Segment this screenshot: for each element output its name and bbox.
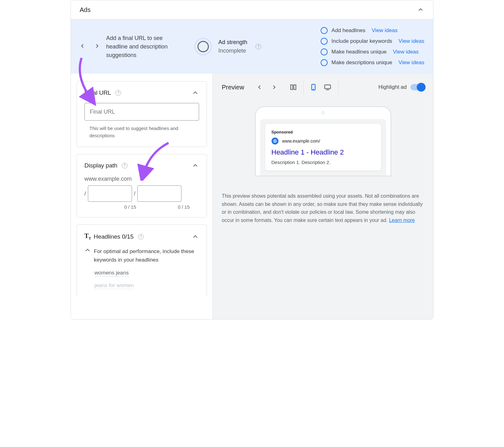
text-icon: TT	[84, 232, 91, 241]
help-icon[interactable]: ?	[255, 44, 261, 49]
collapse-button[interactable]	[192, 233, 199, 240]
keyword-suggestion[interactable]: jeans for women	[94, 282, 134, 289]
path-slash: /	[134, 190, 135, 197]
headlines-hint: For optimal ad performance, include thes…	[94, 247, 199, 264]
preview-column: Preview	[213, 74, 433, 319]
checklist-item: Make descriptions unique View ideas	[321, 59, 424, 66]
columns-icon[interactable]	[289, 84, 297, 91]
preview-note: This preview shows potential ads assembl…	[222, 192, 424, 224]
learn-more-link[interactable]: Learn more	[389, 218, 415, 223]
view-ideas-link[interactable]: View ideas	[372, 27, 398, 34]
strength-checklist: Add headlines View ideas Include popular…	[321, 27, 424, 66]
banner-prev-button[interactable]	[80, 43, 85, 50]
help-icon[interactable]: ?	[138, 234, 144, 240]
svg-rect-4	[325, 85, 330, 89]
view-ideas-link[interactable]: View ideas	[398, 38, 424, 44]
left-column: Final URL ? This will be used to suggest…	[71, 74, 213, 319]
desktop-icon[interactable]	[323, 84, 332, 91]
final-url-title: Final URL	[84, 89, 111, 96]
highlight-toggle[interactable]	[410, 84, 424, 90]
checklist-label: Make descriptions unique	[331, 59, 392, 66]
ad-strength-gauge	[194, 38, 212, 55]
keyword-suggestion[interactable]: womens jeans	[94, 270, 129, 277]
headlines-hint-row: For optimal ad performance, include thes…	[84, 247, 199, 264]
collapse-button[interactable]	[417, 6, 424, 14]
path1-input[interactable]	[88, 185, 132, 202]
svg-rect-1	[294, 85, 296, 90]
banner-hint: Add a final URL to see headline and desc…	[106, 34, 182, 59]
path2-input[interactable]	[137, 185, 181, 202]
ad-strength-banner: Add a final URL to see headline and desc…	[71, 20, 433, 74]
banner-next-button[interactable]	[94, 43, 100, 50]
phone-mockup: Sponsored www.example.com/ Headline 1 - …	[255, 106, 391, 176]
checklist-item: Include popular keywords View ideas	[321, 38, 424, 45]
ad-strength-label: Ad strength	[218, 38, 247, 47]
path1-counter: 0 / 15	[90, 204, 136, 210]
path-slash: /	[84, 190, 86, 197]
collapse-button[interactable]	[192, 89, 199, 97]
checklist-item: Add headlines View ideas	[321, 27, 424, 34]
ad-headline: Headline 1 - Headline 2	[272, 148, 375, 156]
final-url-helper: This will be used to suggest headlines a…	[84, 125, 199, 139]
display-domain: www.example.com	[84, 176, 199, 182]
headlines-card: TT Headlines 0/15 ? For optimal ad perfo…	[77, 224, 207, 297]
final-url-card: Final URL ? This will be used to suggest…	[77, 81, 207, 147]
radio-icon	[321, 48, 328, 55]
view-ideas-link[interactable]: View ideas	[398, 59, 424, 66]
radio-icon	[321, 59, 328, 66]
ad-strength-status: Incomplete	[218, 47, 247, 55]
help-icon[interactable]: ?	[115, 90, 121, 96]
radio-icon	[321, 38, 328, 45]
ad-strength-text: Ad strength Incomplete	[218, 38, 247, 55]
help-icon[interactable]: ?	[122, 163, 128, 168]
mobile-icon[interactable]	[310, 83, 317, 92]
ad-preview-card: Sponsored www.example.com/ Headline 1 - …	[265, 124, 381, 171]
checklist-item: Make headlines unique View ideas	[321, 48, 424, 55]
view-ideas-link[interactable]: View ideas	[393, 49, 419, 55]
preview-title: Preview	[222, 84, 244, 91]
svg-rect-0	[291, 85, 293, 90]
display-path-title: Display path	[84, 162, 117, 169]
checklist-label: Add headlines	[331, 27, 365, 34]
checklist-label: Make headlines unique	[331, 49, 387, 55]
highlight-label: Highlight ad	[378, 84, 407, 90]
path2-counter: 0 / 15	[144, 204, 190, 210]
preview-prev-button[interactable]	[257, 84, 262, 90]
panel-header: Ads	[71, 0, 433, 20]
checklist-label: Include popular keywords	[331, 38, 392, 44]
ad-url: www.example.com/	[282, 139, 320, 144]
sponsored-label: Sponsored	[272, 130, 375, 134]
ad-description: Description 1. Description 2.	[272, 160, 375, 165]
chevron-up-icon[interactable]	[84, 247, 91, 264]
panel-title: Ads	[80, 6, 90, 14]
final-url-input[interactable]	[84, 103, 199, 121]
globe-icon	[272, 138, 278, 144]
radio-icon	[321, 27, 328, 34]
display-path-card: Display path ? www.example.com / /	[77, 154, 207, 218]
headlines-title: Headlines 0/15	[94, 233, 134, 240]
collapse-button[interactable]	[192, 162, 199, 169]
preview-next-button[interactable]	[271, 84, 277, 90]
